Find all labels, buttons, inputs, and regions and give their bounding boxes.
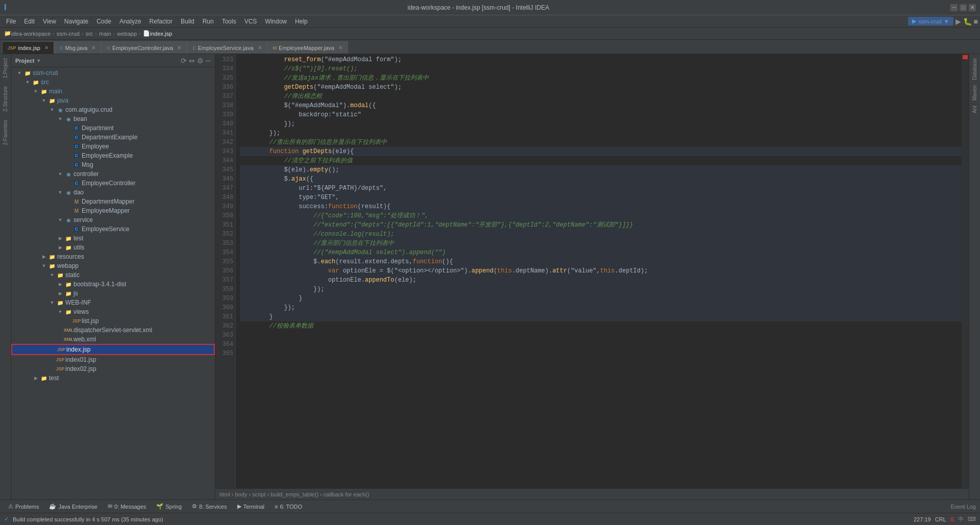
tab-index-jsp[interactable]: JSP index.jsp ✕ — [2, 41, 54, 54]
tab-close-index-jsp[interactable]: ✕ — [44, 45, 48, 51]
tab-employeemapper-java[interactable]: M EmployeeMapper.java ✕ — [267, 41, 348, 54]
bottom-tab-java-enterprise[interactable]: ☕ Java Enterprise — [45, 501, 101, 512]
tree-bean[interactable]: ▼ ◉ bean — [11, 114, 215, 123]
tree-ssm-crud[interactable]: ▼ 📁 ssm-crud — [11, 68, 215, 78]
tree-webapp[interactable]: ▼ 📁 webapp — [11, 261, 215, 270]
tree-controller[interactable]: ▼ ◉ controller — [11, 169, 215, 179]
tab-close-employeecontroller-java[interactable]: ✕ — [177, 45, 181, 51]
tree-bootstrap[interactable]: ▶ 📁 bootstrap-3.4.1-dist — [11, 280, 215, 289]
tree-webinf[interactable]: ▼ 📁 WEB-INF — [11, 298, 215, 307]
menu-build[interactable]: Build — [177, 15, 199, 28]
tree-test[interactable]: ▶ 📁 test — [11, 234, 215, 243]
tree-arrow-bootstrap: ▶ — [56, 282, 64, 287]
tree-departmentmapper[interactable]: M DepartmentMapper — [11, 197, 215, 206]
tree-views[interactable]: ▼ 📁 views — [11, 307, 215, 316]
tree-js[interactable]: ▶ 📁 js — [11, 289, 215, 298]
tree-employeemapper[interactable]: M EmployeeMapper — [11, 206, 215, 215]
tree-service[interactable]: ▼ ◉ service — [11, 215, 215, 224]
tree-utils[interactable]: ▶ 📁 utils — [11, 243, 215, 252]
tree-src[interactable]: ▼ 📁 src — [11, 78, 215, 87]
tree-departmentexample[interactable]: C DepartmentExample — [11, 133, 215, 142]
tree-employee[interactable]: C Employee — [11, 142, 215, 151]
code-lines[interactable]: reset_form("#empAddModal form"); //s$(""… — [236, 54, 962, 488]
breadcrumb-file[interactable]: index.jsp — [150, 31, 172, 37]
tree-msg[interactable]: C Msg — [11, 160, 215, 169]
encoding-indicator[interactable]: CRL — [935, 516, 946, 522]
tab-label-employeecontroller-java: EmployeeController.java — [112, 45, 173, 51]
bottom-tab-todo[interactable]: ≡ 6: TODO — [271, 501, 306, 512]
panel-project[interactable]: 1:Project — [2, 56, 9, 80]
tree-web-xml[interactable]: XML web.xml — [11, 335, 215, 344]
line-sep-indicator[interactable]: S — [950, 516, 954, 522]
tree-index02-jsp[interactable]: JSP index02.jsp — [11, 364, 215, 373]
sidebar-tool-settings[interactable]: ⚙ — [197, 57, 204, 65]
tree-employeeservice[interactable]: C EmployeeService — [11, 224, 215, 234]
sidebar-tool-sync[interactable]: ⟳ — [181, 57, 187, 65]
breadcrumb-module[interactable]: ssm-crud — [57, 31, 80, 37]
tree-main[interactable]: ▼ 📁 main — [11, 87, 215, 96]
close-button[interactable]: ✕ — [969, 4, 976, 11]
panel-ant[interactable]: Ant — [971, 104, 978, 115]
tab-close-employeemapper-java[interactable]: ✕ — [338, 45, 342, 51]
panel-maven[interactable]: Maven — [971, 83, 978, 103]
tree-dispatcherservlet-xml[interactable]: XML dispatcherServlet-servlet.xml — [11, 326, 215, 335]
code-content[interactable]: 3333343353363373383393403413423433443453… — [215, 54, 969, 488]
run-button[interactable]: ▶ — [955, 17, 961, 26]
tree-index01-jsp[interactable]: JSP index01.jsp — [11, 355, 215, 364]
tree-test2[interactable]: ▶ 📁 test — [11, 373, 215, 383]
event-log-link[interactable]: Event Log — [950, 504, 976, 510]
menu-view[interactable]: View — [39, 15, 60, 28]
bottom-tab-services[interactable]: ⚙ 8: Services — [188, 501, 231, 512]
menu-tools[interactable]: Tools — [218, 15, 240, 28]
menu-analyze[interactable]: Analyze — [115, 15, 145, 28]
bottom-tab-messages[interactable]: ✉ 0: Messages — [104, 501, 150, 512]
tree-employeeexample[interactable]: C EmployeeExample — [11, 151, 215, 160]
code-breadcrumb-text: html › body › script › build_emps_table(… — [219, 491, 369, 497]
menu-window[interactable]: Window — [261, 15, 291, 28]
panel-favorites[interactable]: 2:Favorites — [2, 118, 9, 147]
tab-employeecontroller-java[interactable]: C EmployeeController.java ✕ — [101, 41, 187, 54]
panel-structure[interactable]: Z-Structure — [2, 84, 9, 114]
sidebar-tool-minimize[interactable]: ─ — [206, 57, 211, 65]
tab-close-employeeservice-java[interactable]: ✕ — [258, 45, 262, 51]
sidebar-tool-collapse[interactable]: ⇔ — [189, 57, 195, 65]
menu-refactor[interactable]: Refactor — [145, 15, 177, 28]
tree-dao[interactable]: ▼ ◉ dao — [11, 188, 215, 197]
tree-index-jsp[interactable]: JSP index.jsp — [11, 344, 215, 355]
tree-resources[interactable]: ▶ 📁 resources — [11, 252, 215, 261]
tree-employeecontroller[interactable]: C EmployeeController — [11, 179, 215, 188]
menu-vcs[interactable]: VCS — [240, 15, 261, 28]
run-config-dropdown[interactable]: ▶ ssm-crud ▼ — [908, 17, 953, 26]
menu-run[interactable]: Run — [199, 15, 218, 28]
tree-list-jsp[interactable]: JSP list.jsp — [11, 316, 215, 326]
bottom-tab-problems[interactable]: ⚠ Problems — [4, 501, 43, 512]
menu-help[interactable]: Help — [291, 15, 312, 28]
bottom-tab-terminal[interactable]: ▶ Terminal — [233, 501, 269, 512]
menu-edit[interactable]: Edit — [20, 15, 39, 28]
breadcrumb-webapp[interactable]: webapp — [117, 31, 137, 37]
menu-navigate[interactable]: Navigate — [60, 15, 92, 28]
tree-label-test: test — [74, 235, 83, 242]
tree-label-resources: resources — [57, 253, 84, 260]
breadcrumb-src[interactable]: src — [86, 31, 93, 37]
tab-employeeservice-java[interactable]: C EmployeeService.java ✕ — [187, 41, 267, 54]
tree-package-root[interactable]: ▼ ◉ com.atguigu.crud — [11, 105, 215, 114]
title-bar-title: idea-workspace - index.jsp [ssm-crud] - … — [6, 4, 950, 11]
menu-code[interactable]: Code — [92, 15, 115, 28]
maximize-button[interactable]: □ — [960, 4, 967, 11]
bottom-tab-spring[interactable]: 🌱 Spring — [152, 501, 186, 512]
debug-button[interactable]: 🐛 — [963, 17, 972, 26]
sidebar-dropdown-arrow[interactable]: ▼ — [36, 58, 41, 63]
tab-close-msg-java[interactable]: ✕ — [91, 45, 95, 51]
stop-button[interactable]: ■ — [974, 17, 978, 26]
tab-msg-java[interactable]: C Msg.java ✕ — [54, 41, 102, 54]
menu-file[interactable]: File — [2, 15, 20, 28]
minimize-button[interactable]: ─ — [950, 4, 958, 11]
tree-department[interactable]: C Department — [11, 123, 215, 133]
breadcrumb-workspace[interactable]: idea-workspace — [11, 31, 51, 37]
tree-static[interactable]: ▼ 📁 static — [11, 270, 215, 280]
panel-database[interactable]: Database — [971, 56, 978, 82]
tree-java[interactable]: ▼ 📁 java — [11, 96, 215, 105]
breadcrumb-project-icon: 📁 — [4, 30, 11, 37]
breadcrumb-main[interactable]: main — [99, 31, 111, 37]
